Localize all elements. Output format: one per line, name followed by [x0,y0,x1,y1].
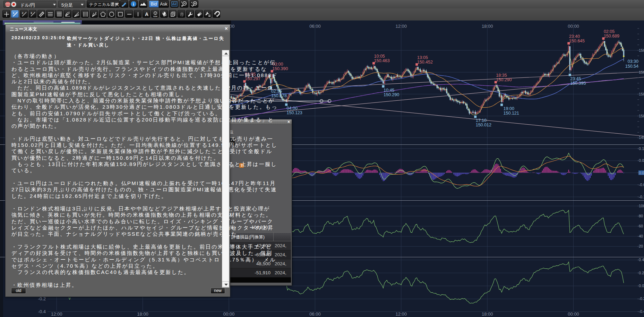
svg-text:00:00: 00:00 [568,24,579,29]
svg-text:40: 40 [639,234,643,238]
svg-text:80: 80 [639,214,643,218]
svg-text:icon: icon [154,15,158,17]
svg-text:150.: 150. [639,70,644,74]
svg-text:150.012: 150.012 [476,123,491,127]
svg-text:0.00: 0.00 [639,171,644,175]
svg-text:00:00: 00:00 [568,311,579,317]
svg-text:06:00: 06:00 [309,24,321,29]
svg-text:-0.0: -0.0 [639,183,644,187]
svg-text:150.290: 150.290 [496,77,512,82]
svg-text:100: 100 [639,204,644,208]
svg-text:18:00: 18:00 [482,311,493,317]
svg-text:12:00: 12:00 [396,24,407,29]
svg-text:04:00: 04:00 [287,106,298,111]
svg-text:-0.1: -0.1 [639,195,644,199]
svg-text:0.1: 0.1 [639,147,644,151]
svg-text:18:00: 18:00 [482,24,493,29]
svg-text:06:00: 06:00 [309,311,321,317]
svg-text:19:00: 19:00 [504,106,514,111]
svg-text:-0.2: -0.2 [38,296,46,301]
svg-text:13:05: 13:05 [417,55,428,60]
svg-text:150.395: 150.395 [570,81,586,86]
svg-text:1: 1 [13,11,15,15]
svg-text:150.463: 150.463 [374,58,390,63]
svg-text:20: 20 [639,244,643,248]
svg-text:03:30: 03:30 [628,59,638,64]
svg-text:150.121: 150.121 [504,111,519,116]
svg-text:A: A [145,11,148,17]
svg-text:149.: 149. [639,135,644,140]
svg-text:-0.4: -0.4 [38,309,46,314]
svg-text:12:00: 12:00 [51,311,62,317]
svg-text:150.: 150. [639,48,644,52]
svg-text:0.05: 0.05 [639,158,644,162]
svg-text:0.2: 0.2 [639,271,644,275]
svg-text:150.54: 150.54 [625,64,638,69]
svg-text:18:35: 18:35 [496,73,507,78]
svg-text:12:00: 12:00 [396,311,407,317]
svg-text:23:40: 23:40 [569,34,580,39]
svg-text:0.0: 0.0 [639,284,644,288]
svg-text:2: 2 [22,11,24,15]
svg-text:60: 60 [639,224,643,228]
svg-text:00:00: 00:00 [223,311,235,317]
svg-text:10:45: 10:45 [384,88,394,93]
svg-text:150.: 150. [639,114,644,118]
svg-text:150.290: 150.290 [384,92,399,97]
svg-text:17:10: 17:10 [476,118,487,123]
svg-text:150.123: 150.123 [287,110,302,115]
svg-text:150.: 150. [639,92,644,96]
svg-text:3: 3 [31,11,32,15]
svg-text:-0.4: -0.4 [639,309,644,314]
svg-text:150.645: 150.645 [569,39,585,43]
svg-text:0.4: 0.4 [639,258,644,262]
svg-text:10:05: 10:05 [374,54,385,59]
svg-text:02:05: 02:05 [604,29,615,34]
svg-text:-0.2: -0.2 [639,297,644,301]
svg-text:150.452: 150.452 [417,60,433,65]
svg-text:150.689: 150.689 [604,34,619,39]
svg-text:18:00: 18:00 [137,311,148,317]
svg-text:23:45: 23:45 [570,76,581,81]
